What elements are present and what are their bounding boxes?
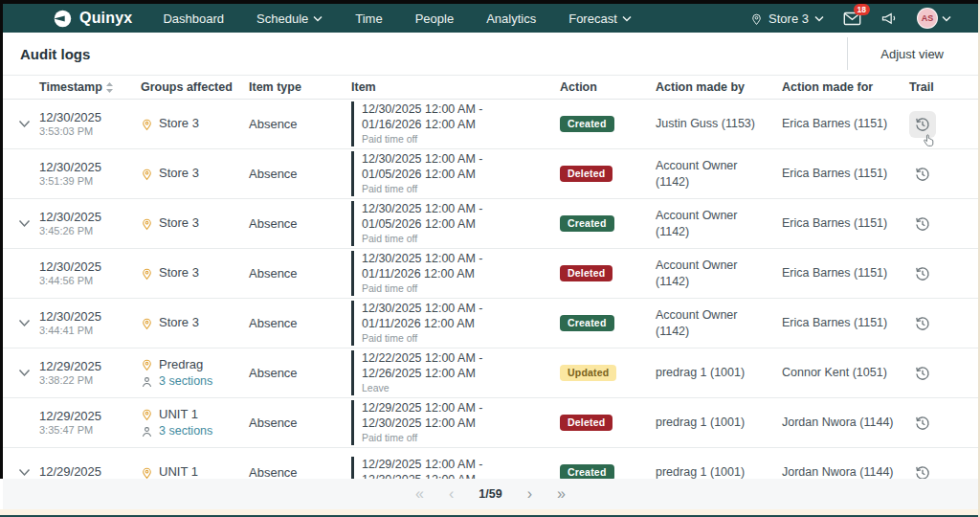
item-summary: 12/29/2025 12:00 AM - 12/30/2025 12:00 A… bbox=[351, 400, 482, 445]
table-row: 12/29/2025 UNIT 1 Absence bbox=[3, 448, 978, 479]
item-summary: 12/22/2025 12:00 AM - 12/26/2025 12:00 A… bbox=[351, 350, 482, 395]
column-header-timestamp[interactable]: Timestamp bbox=[39, 80, 141, 94]
item-date-range-line1: 12/22/2025 12:00 AM - bbox=[362, 350, 482, 366]
column-header-trail: Trail bbox=[909, 80, 972, 94]
action-badge: Created bbox=[560, 116, 614, 132]
row-timestamp-time: 3:35:47 PM bbox=[39, 424, 101, 438]
table-header-row: Timestamp Groups affected Item type Item… bbox=[3, 75, 978, 100]
group-name: UNIT 1 bbox=[159, 463, 198, 479]
item-date-range-line2: 01/05/2026 12:00 AM bbox=[362, 216, 482, 232]
trail-history-button[interactable] bbox=[909, 161, 936, 188]
action-made-for: Erica Barnes (1151) bbox=[782, 265, 897, 281]
trail-history-button[interactable] bbox=[909, 360, 936, 387]
item-subtype: Leave bbox=[362, 382, 482, 395]
previous-page-button[interactable]: ‹ bbox=[449, 486, 454, 502]
trail-history-button[interactable] bbox=[909, 211, 936, 237]
table-row: 12/29/2025 3:38:22 PM Predrag bbox=[3, 348, 978, 398]
action-made-by: Account Owner (1142) bbox=[656, 208, 782, 240]
group-pin-icon bbox=[141, 167, 153, 181]
chevron-down-icon bbox=[622, 15, 632, 22]
item-summary: 12/30/2025 12:00 AM - 01/11/2026 12:00 A… bbox=[351, 301, 482, 346]
nav-item-forecast[interactable]: Forecast bbox=[568, 11, 632, 26]
action-made-by: Justin Guss (1153) bbox=[656, 116, 765, 132]
action-made-for: Connor Kent (1051) bbox=[782, 365, 897, 381]
item-date-range-line1: 12/30/2025 12:00 AM - bbox=[362, 301, 482, 316]
trail-history-button[interactable] bbox=[909, 260, 936, 287]
mouse-cursor-hand bbox=[923, 134, 935, 148]
megaphone-icon bbox=[880, 11, 898, 26]
announcements-button[interactable] bbox=[880, 11, 898, 26]
group-name: Store 3 bbox=[159, 264, 199, 281]
quinyx-logo[interactable]: Quinyx bbox=[53, 9, 132, 29]
table-row: 12/30/2025 3:51:39 PM Store 3 Absence bbox=[3, 149, 978, 199]
action-made-for: Jordan Nwora (1144) bbox=[782, 464, 903, 479]
action-badge: Created bbox=[560, 315, 614, 331]
adjust-view-button[interactable]: Adjust view bbox=[847, 37, 978, 70]
group-pin-icon bbox=[141, 357, 153, 371]
history-icon bbox=[914, 315, 931, 332]
expand-chevron-icon[interactable] bbox=[18, 219, 31, 228]
messages-button[interactable]: 18 bbox=[843, 11, 861, 26]
column-header-groups-affected: Groups affected bbox=[141, 80, 249, 94]
action-made-by: predrag 1 (1001) bbox=[656, 365, 754, 381]
nav-item-schedule[interactable]: Schedule bbox=[256, 11, 323, 26]
store-selector[interactable]: Store 3 bbox=[750, 11, 824, 26]
expand-chevron-icon[interactable] bbox=[18, 468, 31, 477]
app-window: Quinyx Dashboard Schedule Time People An… bbox=[0, 0, 980, 517]
nav-item-analytics[interactable]: Analytics bbox=[486, 11, 536, 26]
action-made-by: Account Owner (1142) bbox=[656, 307, 782, 340]
last-page-button[interactable]: » bbox=[557, 486, 566, 502]
row-timestamp-date: 12/30/2025 bbox=[39, 259, 101, 275]
row-timestamp-time: 3:53:03 PM bbox=[39, 125, 101, 139]
row-timestamp-date: 12/30/2025 bbox=[39, 110, 101, 125]
row-timestamp-date: 12/30/2025 bbox=[39, 210, 101, 225]
item-type: Absence bbox=[249, 117, 298, 131]
item-date-range-line1: 12/29/2025 12:00 AM - bbox=[362, 457, 482, 472]
item-subtype: Paid time off bbox=[362, 183, 482, 196]
location-pin-icon bbox=[750, 11, 763, 26]
item-subtype: Paid time off bbox=[362, 282, 482, 296]
group-name: Store 3 bbox=[159, 165, 199, 182]
nav-item-people[interactable]: People bbox=[415, 11, 454, 26]
action-badge: Created bbox=[560, 464, 614, 479]
item-date-range-line2: 12/26/2025 12:00 AM bbox=[362, 366, 482, 381]
row-timestamp-date: 12/29/2025 bbox=[39, 359, 101, 374]
notification-badge: 18 bbox=[854, 4, 870, 15]
sort-icon bbox=[106, 82, 113, 93]
table-row: 12/29/2025 3:35:47 PM UNIT 1 bbox=[3, 398, 978, 448]
expand-chevron-icon[interactable] bbox=[18, 369, 31, 377]
action-badge: Deleted bbox=[560, 166, 612, 182]
group-pin-icon bbox=[141, 407, 153, 421]
group-name: Store 3 bbox=[159, 115, 199, 132]
trail-history-button[interactable] bbox=[909, 111, 936, 138]
window-edge-left bbox=[0, 0, 3, 479]
trail-history-button[interactable] bbox=[909, 310, 936, 337]
action-badge: Updated bbox=[560, 365, 616, 381]
user-menu[interactable]: AS bbox=[917, 8, 951, 29]
expand-chevron-icon[interactable] bbox=[18, 319, 31, 327]
nav-item-time[interactable]: Time bbox=[355, 11, 382, 26]
row-timestamp-time: 3:44:56 PM bbox=[39, 275, 101, 288]
action-made-by: predrag 1 (1001) bbox=[656, 415, 754, 431]
sections-link[interactable]: 3 sections bbox=[159, 373, 212, 391]
trail-history-button[interactable] bbox=[909, 410, 936, 437]
row-timestamp-date: 12/29/2025 bbox=[39, 409, 101, 424]
history-icon bbox=[914, 415, 931, 432]
history-icon bbox=[914, 215, 931, 233]
first-page-button[interactable]: « bbox=[415, 486, 424, 502]
action-badge: Created bbox=[560, 215, 614, 232]
sections-icon bbox=[141, 425, 153, 438]
group-name: Store 3 bbox=[159, 214, 199, 232]
history-icon bbox=[914, 365, 931, 382]
expand-chevron-icon[interactable] bbox=[18, 120, 31, 128]
brand-name: Quinyx bbox=[79, 10, 132, 27]
sections-link[interactable]: 3 sections bbox=[159, 423, 212, 440]
item-type: Absence bbox=[249, 416, 298, 430]
trail-history-button[interactable] bbox=[909, 460, 936, 480]
item-date-range-line1: 12/30/2025 12:00 AM - bbox=[362, 151, 482, 167]
nav-item-dashboard[interactable]: Dashboard bbox=[163, 11, 224, 26]
next-page-button[interactable]: › bbox=[527, 486, 532, 502]
group-pin-icon bbox=[141, 316, 153, 330]
group-name: Predrag bbox=[159, 356, 203, 373]
top-navigation-bar: Quinyx Dashboard Schedule Time People An… bbox=[3, 4, 978, 33]
